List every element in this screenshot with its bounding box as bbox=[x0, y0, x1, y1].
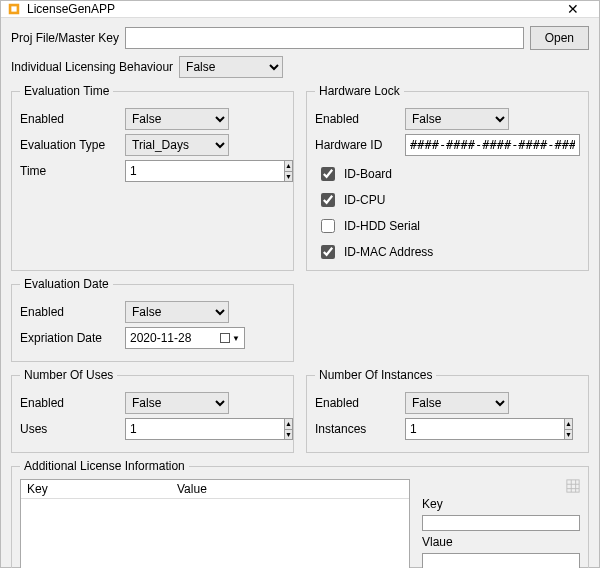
close-button[interactable]: ✕ bbox=[553, 1, 593, 17]
open-button[interactable]: Open bbox=[530, 26, 589, 50]
checkbox-id-hdd[interactable]: ID-HDD Serial bbox=[317, 216, 580, 236]
instances-label: Instances bbox=[315, 422, 405, 436]
svg-rect-1 bbox=[11, 6, 16, 11]
time-step-up[interactable]: ▲ bbox=[284, 160, 293, 171]
additional-license-info-legend: Additional License Information bbox=[20, 459, 189, 473]
evaluation-type-label: Evaluation Type bbox=[20, 138, 125, 152]
time-input[interactable] bbox=[125, 160, 284, 182]
eval-date-enabled-select[interactable]: False bbox=[125, 301, 229, 323]
id-hdd-label: ID-HDD Serial bbox=[344, 219, 420, 233]
uses-step-down[interactable]: ▼ bbox=[284, 429, 293, 441]
uses-enabled-select[interactable]: False bbox=[125, 392, 229, 414]
checkbox-id-mac[interactable]: ID-MAC Address bbox=[317, 242, 580, 262]
evaluation-date-group: Evaluation Date Enabled False Expriation… bbox=[11, 277, 294, 362]
hardware-lock-legend: Hardware Lock bbox=[315, 84, 404, 98]
license-info-table[interactable]: Key Value bbox=[20, 479, 410, 568]
id-mac-check[interactable] bbox=[321, 245, 335, 259]
table-header-value: Value bbox=[171, 480, 213, 498]
svg-rect-2 bbox=[567, 480, 579, 492]
number-of-instances-group: Number Of Instances Enabled False Instan… bbox=[306, 368, 589, 453]
instances-spinner[interactable]: ▲▼ bbox=[405, 418, 509, 440]
evaluation-time-group: Evaluation Time Enabled False Evaluation… bbox=[11, 84, 294, 271]
expiration-date-label: Expriation Date bbox=[20, 331, 125, 345]
number-of-uses-group: Number Of Uses Enabled False Uses ▲▼ bbox=[11, 368, 294, 453]
side-key-input[interactable] bbox=[422, 515, 580, 531]
uses-spinner[interactable]: ▲▼ bbox=[125, 418, 229, 440]
inst-enabled-label: Enabled bbox=[315, 396, 405, 410]
evaluation-type-select[interactable]: Trial_Days bbox=[125, 134, 229, 156]
side-value-label: Vlaue bbox=[422, 535, 580, 549]
uses-input[interactable] bbox=[125, 418, 284, 440]
ilb-select[interactable]: False bbox=[179, 56, 283, 78]
titlebar: LicenseGenAPP ✕ bbox=[1, 1, 599, 18]
hw-enabled-select[interactable]: False bbox=[405, 108, 509, 130]
id-board-label: ID-Board bbox=[344, 167, 392, 181]
proj-file-input[interactable] bbox=[125, 27, 524, 49]
time-label: Time bbox=[20, 164, 125, 178]
hardware-lock-group: Hardware Lock Enabled False Hardware ID … bbox=[306, 84, 589, 271]
expiration-date-value: 2020-11-28 bbox=[130, 331, 191, 345]
instances-input[interactable] bbox=[405, 418, 564, 440]
id-hdd-check[interactable] bbox=[321, 219, 335, 233]
proj-file-label: Proj File/Master Key bbox=[11, 31, 119, 45]
eval-date-enabled-label: Enabled bbox=[20, 305, 125, 319]
side-key-label: Key bbox=[422, 497, 580, 511]
hardware-id-label: Hardware ID bbox=[315, 138, 405, 152]
app-icon bbox=[7, 2, 21, 16]
inst-step-up[interactable]: ▲ bbox=[564, 418, 573, 429]
id-board-check[interactable] bbox=[321, 167, 335, 181]
id-cpu-check[interactable] bbox=[321, 193, 335, 207]
inst-step-down[interactable]: ▼ bbox=[564, 429, 573, 441]
number-of-instances-legend: Number Of Instances bbox=[315, 368, 436, 382]
grid-icon bbox=[566, 479, 580, 493]
additional-license-info-group: Additional License Information Key Value… bbox=[11, 459, 589, 568]
calendar-icon bbox=[220, 333, 230, 343]
uses-step-up[interactable]: ▲ bbox=[284, 418, 293, 429]
id-mac-label: ID-MAC Address bbox=[344, 245, 433, 259]
time-spinner[interactable]: ▲▼ bbox=[125, 160, 229, 182]
uses-label: Uses bbox=[20, 422, 125, 436]
number-of-uses-legend: Number Of Uses bbox=[20, 368, 117, 382]
evaluation-time-legend: Evaluation Time bbox=[20, 84, 113, 98]
ilb-label: Individual Licensing Behaviour bbox=[11, 60, 173, 74]
id-cpu-label: ID-CPU bbox=[344, 193, 385, 207]
eval-time-enabled-select[interactable]: False bbox=[125, 108, 229, 130]
inst-enabled-select[interactable]: False bbox=[405, 392, 509, 414]
window-title: LicenseGenAPP bbox=[27, 2, 553, 16]
chevron-down-icon: ▼ bbox=[232, 334, 240, 343]
hw-enabled-label: Enabled bbox=[315, 112, 405, 126]
uses-enabled-label: Enabled bbox=[20, 396, 125, 410]
side-value-input[interactable] bbox=[422, 553, 580, 568]
table-header-key: Key bbox=[21, 480, 171, 498]
time-step-down[interactable]: ▼ bbox=[284, 171, 293, 183]
checkbox-id-board[interactable]: ID-Board bbox=[317, 164, 580, 184]
hardware-id-input[interactable] bbox=[405, 134, 580, 156]
checkbox-id-cpu[interactable]: ID-CPU bbox=[317, 190, 580, 210]
expiration-date-picker[interactable]: 2020-11-28 ▼ bbox=[125, 327, 245, 349]
eval-time-enabled-label: Enabled bbox=[20, 112, 125, 126]
evaluation-date-legend: Evaluation Date bbox=[20, 277, 113, 291]
